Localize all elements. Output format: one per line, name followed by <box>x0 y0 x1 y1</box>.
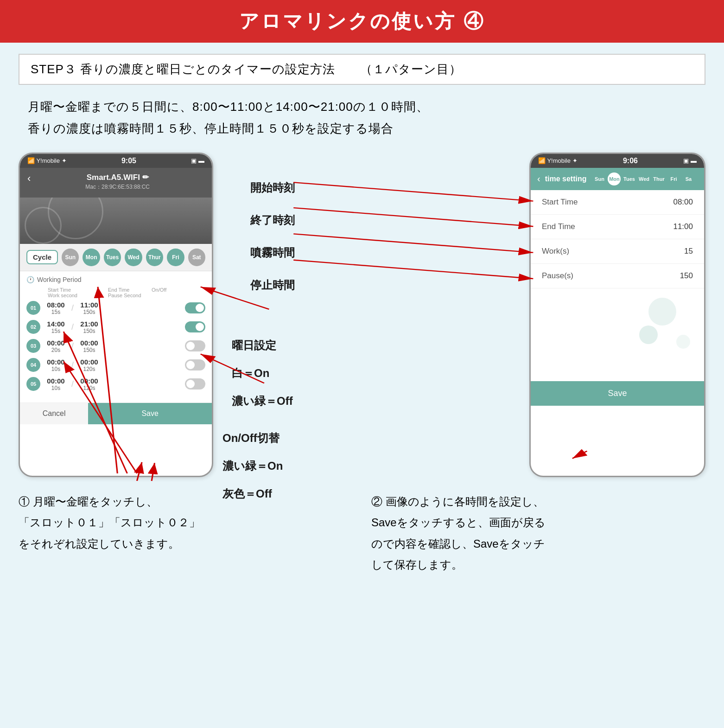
annot-gray-off: 灰色＝Off <box>222 486 272 501</box>
day-mon[interactable]: Mon <box>83 249 100 266</box>
day-tues-right[interactable]: Tues <box>622 172 635 185</box>
toggle-04[interactable] <box>185 359 205 370</box>
phone-left: 📶 Y!mobile ✦ 9:05 ▣ ▬ ‹ Smart.A5.WIFI ✏ … <box>19 153 213 477</box>
bottom-text-right: ② 画像のように各時間を設定し、 Saveをタッチすると、画面が戻る ので内容を… <box>371 491 705 575</box>
time-right: 9:06 <box>623 157 638 165</box>
phone-body-left: 🕐 Working Period Start TimeWork second E… <box>20 271 212 401</box>
cancel-button[interactable]: Cancel <box>20 403 88 424</box>
bottom-text: ① 月曜〜金曜をタッチし、 「スロット０１」「スロット０２」 をそれぞれ設定して… <box>19 491 705 575</box>
start-block-01: 08:00 15s <box>43 301 69 315</box>
cycle-button[interactable]: Cycle <box>26 250 58 264</box>
toggle-02[interactable] <box>185 321 205 332</box>
slot-row-03: 03 00:00 20s / 00:00 150s <box>26 339 205 353</box>
slot-num-05: 05 <box>26 377 40 391</box>
carrier-right: 📶 Y!mobile ✦ <box>538 157 578 164</box>
day-thur-right[interactable]: Thur <box>652 172 665 185</box>
status-bar-right: 📶 Y!mobile ✦ 9:06 ▣ ▬ <box>531 154 704 168</box>
slot-row-02: 02 14:00 15s / 21:00 150s <box>26 320 205 334</box>
start-block-04: 00:00 10s <box>43 358 69 372</box>
annot-end-time: 終了時刻 <box>250 213 295 228</box>
day-sat[interactable]: Sat <box>188 249 205 266</box>
cycle-days-row: Cycle Sun Mon Tues Wed Thur Fri Sat <box>20 244 212 271</box>
day-selector-right: Sun Mon Tues Wed Thur Fri Sa <box>593 172 695 185</box>
slot-times-01: 08:00 15s / 11:00 150s <box>43 301 182 315</box>
slot-row-05: 05 00:00 10s / 00:00 120s <box>26 377 205 391</box>
slot-row-01: 01 08:00 15s / 11:00 150s <box>26 301 205 315</box>
bottom-right-line3: ので内容を確認し、Saveをタッチ <box>371 533 705 555</box>
day-fri[interactable]: Fri <box>167 249 184 266</box>
toggle-01[interactable] <box>185 302 205 313</box>
time-left: 9:05 <box>121 157 136 165</box>
end-block-03: 00:00 150s <box>76 339 102 353</box>
slot-num-04: 04 <box>26 358 40 372</box>
middle-annotations: 開始時刻 終了時刻 噴霧時間 停止時間 曜日設定 白＝On 濃い緑＝Off On… <box>213 153 529 477</box>
row-start-time[interactable]: Start Time 08:00 <box>531 190 704 215</box>
save-button-left[interactable]: Save <box>88 403 212 424</box>
annot-spray-time: 噴霧時間 <box>250 245 295 260</box>
back-icon-left[interactable]: ‹ <box>27 172 31 185</box>
annot-onoff-switch: On/Off切替 <box>222 431 279 446</box>
phone-header-left: ‹ Smart.A5.WIFI ✏ Mac：28:9C:6E:53:88:CC <box>20 168 212 198</box>
clock-icon: 🕐 <box>26 276 34 283</box>
slash-05: / <box>71 379 74 389</box>
row-end-time[interactable]: End Time 11:00 <box>531 215 704 239</box>
start-block-05: 00:00 10s <box>43 377 69 391</box>
page-title: アロマリンクの使い方 ④ <box>0 8 724 34</box>
day-wed[interactable]: Wed <box>125 249 142 266</box>
phone-banner <box>20 198 212 244</box>
description-line1: 月曜〜金曜までの５日間に、8:00〜11:00と14:00〜21:00の１０時間… <box>28 96 696 118</box>
row-work[interactable]: Work(s) 15 <box>531 239 704 264</box>
main-content: 📶 Y!mobile ✦ 9:05 ▣ ▬ ‹ Smart.A5.WIFI ✏ … <box>0 153 724 477</box>
label-end-time: End Time <box>542 222 575 231</box>
day-sun-right[interactable]: Sun <box>593 172 606 185</box>
slot-num-03: 03 <box>26 339 40 353</box>
slash-03: / <box>71 341 74 351</box>
value-pause: 150 <box>680 271 693 281</box>
time-setting-body: Start Time 08:00 End Time 11:00 Work(s) … <box>531 190 704 288</box>
step-title-text: STEP３ 香りの濃度と曜日ごとのタイマーの設定方法 （１パターン目） <box>31 62 462 76</box>
bottom-right-line4: して保存します。 <box>371 554 705 575</box>
day-wed-right[interactable]: Wed <box>637 172 650 185</box>
slash-04: / <box>71 360 74 370</box>
annot-dark-green-on: 濃い緑＝On <box>222 459 283 473</box>
row-pause[interactable]: Pause(s) 150 <box>531 264 704 288</box>
bottom-left-line2: 「スロット０１」「スロット０２」 <box>19 512 353 533</box>
label-work: Work(s) <box>542 247 569 256</box>
slot-times-04: 00:00 10s / 00:00 120s <box>43 358 182 372</box>
end-block-02: 21:00 150s <box>76 320 102 334</box>
battery-right: ▣ ▬ <box>683 157 697 164</box>
back-icon-right[interactable]: ‹ <box>537 173 540 184</box>
toggle-05[interactable] <box>185 378 205 390</box>
day-sa-right[interactable]: Sa <box>682 172 695 185</box>
slot-times-02: 14:00 15s / 21:00 150s <box>43 320 182 334</box>
annot-start-time: 開始時刻 <box>250 180 295 195</box>
day-tues[interactable]: Tues <box>104 249 121 266</box>
day-sun[interactable]: Sun <box>62 249 79 266</box>
start-block-03: 00:00 20s <box>43 339 69 353</box>
end-block-01: 11:00 150s <box>76 301 102 315</box>
slash-01: / <box>71 303 74 313</box>
slot-times-03: 00:00 20s / 00:00 150s <box>43 339 182 353</box>
mac-address: Mac：28:9C:6E:53:88:CC <box>27 183 204 191</box>
bottom-right-line2: Saveをタッチすると、画面が戻る <box>371 512 705 533</box>
slot-header: Start TimeWork second End TimePause Seco… <box>26 287 205 298</box>
annot-day-setting: 曜日設定 <box>232 338 276 353</box>
day-mon-right[interactable]: Mon <box>608 172 621 185</box>
slash-02: / <box>71 322 74 332</box>
toggle-03[interactable] <box>185 340 205 351</box>
value-end-time: 11:00 <box>673 222 693 231</box>
end-block-05: 00:00 120s <box>76 377 102 391</box>
save-button-right[interactable]: Save <box>531 381 704 406</box>
deco-circle3 <box>676 335 690 349</box>
deco-circle1 <box>648 298 676 326</box>
value-work: 15 <box>684 247 693 256</box>
annot-white-on: 白＝On <box>232 366 269 381</box>
phone-right: 📶 Y!mobile ✦ 9:06 ▣ ▬ ‹ time setting Sun… <box>529 153 705 477</box>
bottom-text-left: ① 月曜〜金曜をタッチし、 「スロット０１」「スロット０２」 をそれぞれ設定して… <box>19 491 353 575</box>
slot-num-02: 02 <box>26 320 40 334</box>
end-block-04: 00:00 120s <box>76 358 102 372</box>
day-fri-right[interactable]: Fri <box>667 172 680 185</box>
day-thur[interactable]: Thur <box>146 249 163 266</box>
description-text: 月曜〜金曜までの５日間に、8:00〜11:00と14:00〜21:00の１０時間… <box>28 96 696 140</box>
slot-times-05: 00:00 10s / 00:00 120s <box>43 377 182 391</box>
